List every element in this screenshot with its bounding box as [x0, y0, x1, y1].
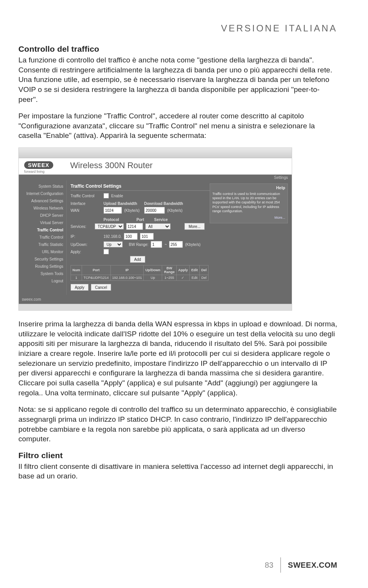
page-footer: 83 SWEEX.COM [265, 557, 337, 573]
help-title: Help [212, 185, 285, 191]
enable-text: Enable [111, 194, 123, 198]
table-header: Up/Down [144, 265, 162, 275]
rules-table: NumPortIPUp/DownBW RangeApplyEditDel 1TC… [71, 265, 209, 281]
kbytes-label-3: (Kbyte/s) [185, 242, 200, 247]
apply-checkbox[interactable] [104, 249, 109, 254]
table-header: Del [199, 265, 208, 275]
upload-bw-input[interactable] [104, 207, 122, 214]
table-cell: Up [144, 275, 162, 281]
traffic-control-paragraph-1: La funzione di controllo del traffico è … [18, 55, 337, 104]
updown-select[interactable]: Up [104, 241, 123, 247]
brand-logo: SWEEX [24, 161, 53, 169]
sidebar-item[interactable]: System Tools [19, 270, 66, 277]
interface-label: Interface [71, 201, 101, 206]
table-cell: 192.168.0.100~101 [110, 275, 144, 281]
updown-label: Up/Down: [71, 242, 101, 247]
table-action[interactable]: Del [199, 275, 208, 281]
sidebar-item[interactable]: Virtual Server [19, 219, 66, 226]
device-title: Wireless 300N Router [70, 161, 286, 170]
table-header: Num [71, 265, 82, 275]
help-more-link[interactable]: More... [212, 216, 285, 220]
kbytes-label-2: (Kbyte/s) [167, 208, 182, 213]
bw-min-input[interactable] [151, 241, 162, 248]
service-select[interactable]: All [145, 223, 171, 229]
wan-label: WAN [71, 208, 101, 213]
section-title-traffic-control: Controllo del traffico [18, 44, 337, 54]
port-input[interactable] [126, 223, 143, 230]
help-text: Traffic control is used to limit communi… [212, 192, 285, 213]
traffic-control-paragraph-3: Inserire prima la larghezza di banda del… [18, 319, 337, 398]
sidebar-item[interactable]: Advanced Settings [19, 197, 66, 205]
footer-brand: SWEEX.COM [288, 561, 337, 570]
router-footer-link[interactable]: sweex.com [19, 295, 292, 304]
sidebar-item[interactable]: URL Monitor [19, 248, 66, 256]
table-cell: ✓ [176, 275, 189, 281]
table-cell: 1~255 [162, 275, 177, 281]
traffic-control-paragraph-2: Per impostare la funzione "Traffic Contr… [18, 111, 337, 141]
service-header: Service [154, 218, 168, 222]
sidebar-item[interactable]: Security Settings [19, 256, 66, 263]
ip-start-input[interactable] [124, 233, 138, 240]
page-number: 83 [265, 561, 273, 570]
ip-end-input[interactable] [140, 233, 154, 240]
table-header: BW Range [162, 265, 177, 275]
kbytes-label: (Kbyte/s) [124, 208, 140, 213]
router-sidebar: System StatusInternet ConfigurationAdvan… [19, 180, 67, 295]
services-label: Services: [71, 224, 92, 229]
add-button[interactable]: Add [130, 256, 145, 263]
router-header: SWEEX forward living Wireless 300N Route… [19, 158, 292, 175]
table-cell: TCP&UDP/1214 [82, 275, 111, 281]
protocol-select[interactable]: TCP&UDP [95, 223, 124, 229]
sidebar-item[interactable]: Logout [19, 277, 66, 285]
table-row: 1TCP&UDP/1214192.168.0.100~101Up1~255✓Ed… [71, 275, 209, 281]
sidebar-item[interactable]: Internet Configuration [19, 190, 66, 197]
browser-toolbar [19, 148, 292, 158]
sidebar-item[interactable]: Traffic Statistic [19, 241, 66, 248]
ip-label: IP: [71, 234, 101, 239]
upload-bw-label: Upload Bandwidth [104, 201, 142, 206]
table-action[interactable]: Edit [189, 275, 199, 281]
router-admin-screenshot: SWEEX forward living Wireless 300N Route… [18, 147, 292, 311]
cancel-button[interactable]: Cancel [91, 284, 111, 291]
download-bw-input[interactable] [144, 207, 165, 214]
footer-separator [280, 557, 281, 573]
sidebar-item[interactable]: DHCP Server [19, 212, 66, 219]
document-version-header: VERSIONE ITALIANA [18, 23, 337, 34]
table-header: Apply [176, 265, 189, 275]
bwrange-label: BW Range: [129, 242, 148, 247]
help-panel: Help Traffic control is used to limit co… [210, 183, 288, 223]
apply-button[interactable]: Apply [71, 284, 89, 291]
more-button[interactable]: More... [184, 223, 205, 230]
traffic-control-paragraph-4: Nota: se si applicano regole di controll… [18, 405, 337, 444]
apply-label: Apply: [71, 250, 101, 254]
enable-checkbox[interactable] [104, 193, 109, 198]
protocol-header: Protocol [104, 218, 134, 222]
ip-prefix: 192.168.0. [104, 234, 122, 239]
sidebar-item[interactable]: Traffic Control [19, 234, 66, 241]
table-cell: 1 [71, 275, 82, 281]
sidebar-item[interactable]: Wireless Network [19, 205, 66, 212]
enable-label: Traffic Control [71, 194, 101, 198]
browser-statusbar [19, 304, 292, 310]
table-header: Port [82, 265, 111, 275]
section-title-client-filter: Filtro client [18, 451, 337, 460]
table-header: IP [110, 265, 144, 275]
sidebar-item[interactable]: Routing Settings [19, 263, 66, 270]
sidebar-item[interactable]: System Status [19, 183, 66, 190]
port-header: Port [136, 218, 152, 222]
tab-label: Settings [19, 175, 292, 180]
sidebar-item[interactable]: Traffic Control [19, 226, 66, 234]
client-filter-paragraph-1: Il filtro client consente di disattivare… [18, 462, 337, 481]
download-bw-label: Download Bandwidth [144, 201, 183, 206]
table-header: Edit [189, 265, 199, 275]
bw-max-input[interactable] [169, 241, 183, 248]
